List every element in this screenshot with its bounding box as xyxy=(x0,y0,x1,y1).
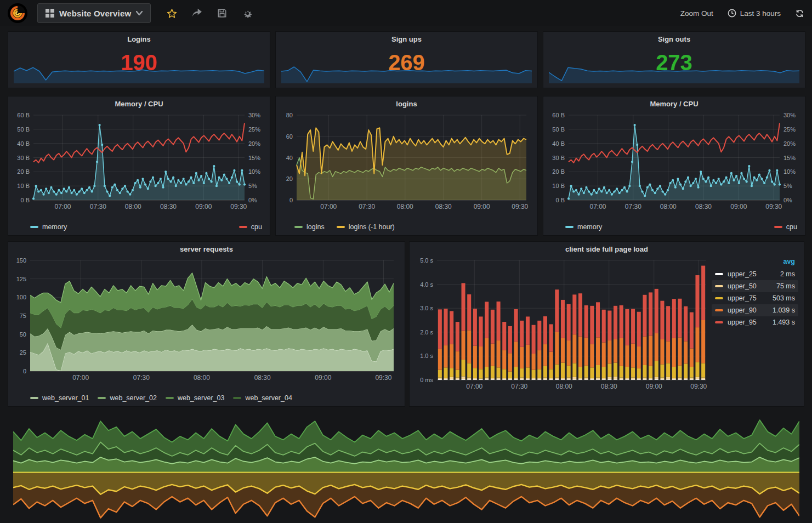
svg-text:20%: 20% xyxy=(783,140,796,147)
legend-row-upper_95[interactable]: upper_951.493 s xyxy=(712,316,798,328)
svg-text:09:30: 09:30 xyxy=(765,203,782,211)
svg-text:09:00: 09:00 xyxy=(730,203,747,211)
server-requests-chart[interactable]: 025507510012515007:0007:3008:0008:3009:0… xyxy=(12,256,401,383)
zoom-out-label: Zoom Out xyxy=(680,9,713,18)
legend-item-memory[interactable]: memory xyxy=(565,223,602,231)
svg-text:0%: 0% xyxy=(248,197,257,203)
zoom-out-button[interactable]: Zoom Out xyxy=(680,9,713,18)
svg-text:07:00: 07:00 xyxy=(320,203,337,211)
legend-label: web_server_03 xyxy=(178,394,224,402)
legend-row-upper_25[interactable]: upper_252 ms xyxy=(712,268,798,280)
legend-swatch xyxy=(715,297,723,299)
legend: loginslogins (-1 hour) xyxy=(294,223,530,231)
panel-title[interactable]: Sign outs xyxy=(543,35,805,43)
legend-item-cpu[interactable]: cpu xyxy=(774,223,797,231)
dashboard-grid-icon xyxy=(46,9,54,18)
legend-swatch xyxy=(166,397,174,399)
svg-text:09:30: 09:30 xyxy=(375,374,391,382)
legend-avg-value: 503 ms xyxy=(773,294,795,302)
memory-cpu-chart[interactable]: 0 B0%10 B5%20 B10%30 B15%40 B20%50 B25%6… xyxy=(12,111,266,212)
legend-item-web_server_01[interactable]: web_server_01 xyxy=(30,394,89,402)
svg-text:08:30: 08:30 xyxy=(435,203,452,211)
svg-text:20: 20 xyxy=(286,175,293,182)
svg-text:08:00: 08:00 xyxy=(397,203,413,211)
traffic-strip-chart[interactable] xyxy=(13,416,799,521)
legend-label: cpu xyxy=(251,223,262,231)
panel-title[interactable]: Memory / CPU xyxy=(543,100,805,108)
stat-panel-signups: Sign ups 269 xyxy=(275,31,538,88)
legend-item-web_server_02[interactable]: web_server_02 xyxy=(98,394,156,402)
legend-row-upper_75[interactable]: upper_75503 ms xyxy=(712,292,798,304)
legend-item-logins[interactable]: logins xyxy=(294,223,325,231)
sparkline[interactable] xyxy=(14,60,264,83)
legend-row-upper_90[interactable]: upper_901.039 s xyxy=(712,304,798,316)
grafana-logo[interactable] xyxy=(8,3,27,23)
panel-title[interactable]: server requests xyxy=(8,245,405,253)
svg-text:08:00: 08:00 xyxy=(194,374,210,382)
svg-text:50 B: 50 B xyxy=(17,126,30,133)
logins-chart[interactable]: 02040608007:0007:3008:0008:3009:0009:30 xyxy=(279,111,534,212)
svg-text:2.0 s: 2.0 s xyxy=(420,329,433,336)
legend-row-upper_50[interactable]: upper_5075 ms xyxy=(712,280,798,292)
server-requests-panel: server requests 025507510012515007:0007:… xyxy=(8,241,405,407)
legend-swatch xyxy=(715,285,723,287)
panel-title[interactable]: client side full page load xyxy=(410,245,804,253)
svg-text:150: 150 xyxy=(16,257,26,264)
page-load-chart[interactable]: 0 ms1.0 s2.0 s3.0 s4.0 s5.0 s07:0007:300… xyxy=(413,256,709,392)
clock-icon xyxy=(728,9,736,18)
svg-text:10%: 10% xyxy=(248,168,260,175)
caret-down-icon xyxy=(136,11,143,15)
grafana-flame-icon xyxy=(9,5,26,21)
svg-text:08:30: 08:30 xyxy=(254,374,271,382)
refresh-button[interactable] xyxy=(795,9,804,18)
legend-item-memory[interactable]: memory xyxy=(30,223,67,231)
legend-label: logins (-1 hour) xyxy=(349,223,395,231)
legend-item-logins (-1 hour)[interactable]: logins (-1 hour) xyxy=(337,223,395,231)
svg-text:5%: 5% xyxy=(783,183,792,189)
svg-text:07:00: 07:00 xyxy=(466,383,482,390)
sparkline[interactable] xyxy=(549,60,799,83)
dashboard-picker[interactable]: Website Overview xyxy=(37,3,151,23)
svg-text:125: 125 xyxy=(16,276,26,282)
time-range-picker[interactable]: Last 3 hours xyxy=(728,9,781,18)
panel-title[interactable]: Logins xyxy=(8,35,270,43)
legend-label: cpu xyxy=(786,223,797,231)
save-button[interactable] xyxy=(217,8,228,19)
panel-title[interactable]: logins xyxy=(276,100,537,108)
legend-swatch xyxy=(233,397,241,399)
sparkline[interactable] xyxy=(281,60,532,83)
share-button[interactable] xyxy=(191,8,202,19)
legend-swatch xyxy=(565,226,573,228)
svg-text:07:30: 07:30 xyxy=(359,203,375,211)
legend-label: upper_95 xyxy=(728,319,757,326)
legend-swatch xyxy=(774,226,782,228)
legend-item-cpu[interactable]: cpu xyxy=(239,223,262,231)
svg-text:4.0 s: 4.0 s xyxy=(420,281,433,288)
svg-text:25%: 25% xyxy=(248,126,260,133)
svg-text:5%: 5% xyxy=(248,183,257,189)
svg-text:07:30: 07:30 xyxy=(625,203,641,211)
star-button[interactable] xyxy=(166,8,177,19)
refresh-icon xyxy=(795,9,804,18)
svg-text:09:00: 09:00 xyxy=(474,203,490,211)
legend-avg-value: 1.039 s xyxy=(773,306,795,314)
legend: web_server_01web_server_02web_server_03w… xyxy=(30,394,397,402)
panel-title[interactable]: Memory / CPU xyxy=(8,100,270,108)
legend-swatch xyxy=(715,309,723,311)
legend-swatch xyxy=(294,226,303,228)
panel-title[interactable]: Sign ups xyxy=(276,35,537,43)
settings-button[interactable] xyxy=(242,8,253,19)
legend-swatch xyxy=(239,226,247,228)
legend-avg-value: 2 ms xyxy=(780,270,795,278)
legend-item-web_server_04[interactable]: web_server_04 xyxy=(233,394,292,402)
gear-icon xyxy=(242,8,253,19)
memory-cpu-chart[interactable]: 0 B0%10 B5%20 B10%30 B15%40 B20%50 B25%6… xyxy=(547,111,802,212)
legend: memorycpu xyxy=(565,223,797,231)
svg-text:07:30: 07:30 xyxy=(133,374,150,382)
svg-text:30%: 30% xyxy=(248,112,260,118)
legend-label: upper_75 xyxy=(728,294,757,302)
svg-text:08:00: 08:00 xyxy=(660,203,677,211)
legend-avg-header[interactable]: avg xyxy=(712,256,798,268)
legend-item-web_server_03[interactable]: web_server_03 xyxy=(166,394,224,402)
stat-panel-logins: Logins 190 xyxy=(8,31,270,88)
